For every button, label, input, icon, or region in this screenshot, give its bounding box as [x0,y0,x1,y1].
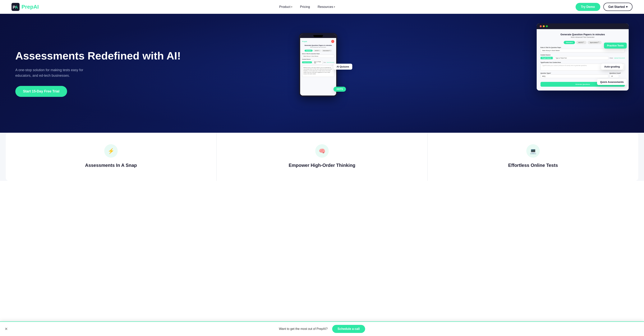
desktop-title-input[interactable]: Make Money In Stock Market [540,49,625,52]
nav-actions: Try Demo Get Started ▾ [576,3,632,11]
mobile-type-paste[interactable]: Type or Paste Text [312,60,322,65]
desktop-type-paste[interactable]: Type or Paste Text [554,56,608,60]
mobile-logo: PrepAI [302,41,307,42]
practice-tests-badge: Practice Tests [604,43,627,49]
mobile-tabs: Standard HOTS™ Speculator™ [302,50,334,52]
get-started-chevron-icon: ▾ [626,5,628,9]
feature-card-2: 💻 Effortless Online Tests [428,133,638,181]
svg-text:A: A [15,5,18,10]
mobile-notch [314,35,323,37]
feature-icon-2: 💻 [526,144,540,158]
desktop-source-label: Content Source [540,54,625,56]
feature-title-1: Empower High-Order Thinking [226,162,418,168]
mobile-source-label: Content Source [302,59,334,60]
hero-section: Assessments Redefined with AI! A one-sto… [0,14,644,133]
quick-assessments-badge: Quick Assessments [597,79,627,85]
desktop-main-subtitle: Most Advanced Test Generator [540,36,625,38]
nav-pricing[interactable]: Pricing [300,5,310,9]
window-dot-red [540,25,542,27]
mobile-title: Generate Question Papers in minutes [302,45,334,46]
auto-grading-badge: Auto-grading [601,64,623,70]
feature-card-1: 🧠 Empower High-Order Thinking [216,133,428,181]
feature-title-2: Effortless Online Tests [438,162,629,168]
navbar: P A PrepAI Product ▾ Pricing Resources ▾… [0,0,644,14]
product-chevron-icon: ▾ [291,6,292,8]
mobile-upload-btn[interactable]: Upload Document [326,62,334,63]
desktop-tab-speculator[interactable]: Speculator™ [588,41,602,44]
desktop-qcount-label: Questions Count* [610,73,625,74]
mobile-source-row: PrepAI Search Type or Paste Text Close U… [302,60,334,65]
mobile-source-select[interactable]: PrepAI Search [302,61,312,63]
nav-product[interactable]: Product ▾ [279,5,292,9]
nav-links: Product ▾ Pricing Resources ▾ [279,5,335,9]
hots-badge: HOTS [334,87,346,92]
desktop-qtype-select[interactable]: MCQ [540,74,608,78]
desktop-mockup-header [537,24,629,29]
logo-text: PrepAI [22,4,39,10]
desktop-source-field: Content Source PrepAI Search Type or Pas… [540,54,625,60]
logo-icon: P A [12,3,20,11]
desktop-qtype-label: Question Types* [540,73,608,74]
mobile-title-input[interactable]: Make Money In Stock Market [302,55,334,58]
mobile-subtitle: Most Advanced Test Generator [302,47,334,48]
desktop-source-row: PrepAI Search Type or Paste Text Close U… [540,56,625,60]
feature-card-0: ⚡ Assessments In A Snap [6,133,216,181]
resources-chevron-icon: ▾ [334,6,335,8]
mobile-tab-standard[interactable]: Standard [304,50,312,52]
desktop-main-title: Generate Question Papers in minutes [540,33,625,36]
try-demo-button[interactable]: Try Demo [576,3,600,11]
window-dot-yellow [543,25,545,27]
nav-resources[interactable]: Resources ▾ [318,5,335,9]
desktop-qcount-input[interactable]: 15 [610,74,619,78]
window-dot-green [546,25,548,27]
desktop-tab-standard[interactable]: Standard [564,41,575,44]
feature-icon-0: ⚡ [104,144,118,158]
mobile-tab-speculator[interactable]: Speculator™ [322,50,332,52]
desktop-qtype-field: Question Types* MCQ [540,73,608,78]
mobile-content-area[interactable]: Making money in the stock market is not … [302,65,334,77]
feature-icon-1: 🧠 [315,144,329,158]
desktop-source-btn[interactable]: PrepAI Search [540,57,553,59]
mobile-title-label: Enter A Title For Question Paper [302,53,334,54]
desktop-tab-hots[interactable]: HOTS™ [576,41,586,44]
logo[interactable]: P A PrepAI [12,3,39,11]
desktop-content-label: Type/Provide Your Content Here [540,62,625,63]
desktop-upload-opt[interactable]: Upload Document [614,57,625,59]
ai-quizzes-badge: AI Quizzes [334,64,352,70]
hero-right: ✦ ✦ PrepAI ≡ Generate Question Papers in… [291,27,629,119]
free-trial-button[interactable]: Start 15-Day Free Trial [15,86,67,97]
hero-title: Assessments Redefined with AI! [15,50,291,62]
get-started-button[interactable]: Get Started ▾ [603,3,632,11]
hero-subtitle: A one-stop solution for making tests eas… [15,67,100,79]
mobile-mockup: PrepAI ≡ Generate Question Papers in min… [299,33,337,97]
desktop-qcount-field: Questions Count* 15 [610,73,625,78]
mobile-menu-icon: ≡ [331,40,334,43]
desktop-close-opt[interactable]: Close [610,57,613,59]
hero-left: Assessments Redefined with AI! A one-sto… [15,50,291,97]
feature-title-0: Assessments In A Snap [15,162,206,168]
mobile-close-btn[interactable]: Close [323,62,326,63]
mobile-tab-hots[interactable]: HOTS™ [314,50,321,52]
features-section: ⚡ Assessments In A Snap 🧠 Empower High-O… [0,133,644,181]
